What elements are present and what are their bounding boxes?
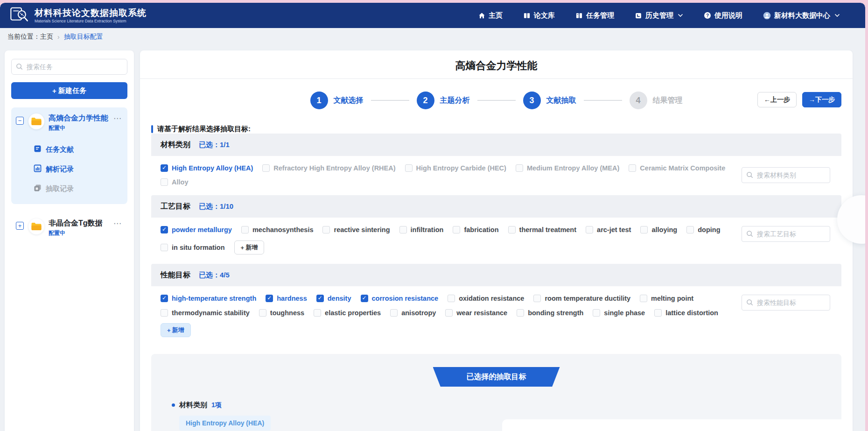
- step-result-management[interactable]: 4 结果管理: [630, 92, 683, 109]
- plus-icon: +: [241, 244, 245, 251]
- breadcrumb-current: 抽取目标配置: [64, 33, 103, 41]
- section-property-targets: 性能目标 已选：4/5 high-temperature strength ha…: [151, 264, 841, 346]
- option-checkbox[interactable]: thermal treatment: [508, 226, 576, 233]
- selected-targets-banner: 已选择的抽取目标: [433, 367, 560, 387]
- task-name: 高熵合金力学性能: [49, 113, 112, 123]
- option-checkbox[interactable]: oxidation resistance: [448, 295, 524, 302]
- collapse-icon[interactable]: −: [16, 117, 24, 125]
- option-checkbox[interactable]: Ceramic Matrix Composite: [629, 164, 725, 172]
- bottom-card-edge: [502, 419, 850, 431]
- option-checkbox[interactable]: hardness: [266, 295, 307, 302]
- stepper: 1 文献选择 2 主题分析 3 文献抽取 4 结果管理: [151, 91, 841, 110]
- option-checkbox[interactable]: arc-jet test: [586, 226, 631, 233]
- option-checkbox[interactable]: elastic properties: [314, 309, 381, 317]
- add-property-target-button[interactable]: +新增: [161, 323, 191, 337]
- process-search: [742, 226, 830, 242]
- option-checkbox[interactable]: single phase: [593, 309, 645, 317]
- option-checkbox[interactable]: bonding strength: [517, 309, 583, 317]
- option-checkbox[interactable]: melting point: [640, 295, 693, 302]
- option-checkbox[interactable]: in situ formation: [161, 244, 225, 251]
- option-checkbox[interactable]: alloying: [640, 226, 677, 233]
- nav-task-management[interactable]: 任务管理: [575, 11, 614, 20]
- option-checkbox[interactable]: toughness: [259, 309, 304, 317]
- task-item[interactable]: − 高熵合金力学性能 配置中 ⋯: [16, 113, 123, 132]
- checkbox-icon: [640, 226, 648, 233]
- add-process-target-button[interactable]: +新增: [234, 240, 265, 254]
- option-checkbox[interactable]: Refractory High Entropy Alloy (RHEA): [262, 164, 395, 172]
- more-actions-icon[interactable]: ⋯: [112, 113, 123, 124]
- folder-icon: [28, 219, 44, 234]
- option-checkbox[interactable]: wear resistance: [445, 309, 507, 317]
- option-checkbox[interactable]: density: [316, 295, 351, 302]
- option-checkbox[interactable]: lattice distortion: [654, 309, 718, 317]
- sidebar-item-parse-records[interactable]: 解析记录: [34, 159, 123, 179]
- option-checkbox[interactable]: thermodynamic stability: [161, 309, 250, 317]
- property-search-input[interactable]: [742, 295, 830, 311]
- option-checkbox[interactable]: doping: [686, 226, 720, 233]
- nav-history-management[interactable]: 历史管理: [635, 11, 683, 20]
- previous-step-button[interactable]: ←上一步: [757, 92, 797, 107]
- app-window: 材料科技论文数据抽取系统 Materials Science Literatur…: [0, 3, 865, 431]
- breadcrumb-separator: ›: [57, 33, 60, 41]
- task-block-tg: + 非晶合金Tg数据 配置中 ⋯: [11, 212, 127, 241]
- sidebar-item-extract-records: 抽取记录: [34, 179, 123, 198]
- checkbox-checked-icon: [361, 295, 368, 302]
- checkbox-icon: [640, 295, 647, 302]
- expand-icon[interactable]: +: [16, 222, 24, 230]
- option-checkbox[interactable]: fabrication: [453, 226, 498, 233]
- option-checkbox[interactable]: anisotropy: [390, 309, 436, 317]
- sidebar-item-task-literature[interactable]: 任务文献: [34, 140, 123, 159]
- checkbox-icon: [453, 226, 460, 233]
- option-checkbox[interactable]: corrosion resistance: [361, 295, 439, 302]
- option-checkbox[interactable]: powder metallurgy: [161, 226, 232, 233]
- chevron-down-icon: [678, 14, 683, 17]
- checkbox-icon: [517, 309, 524, 317]
- question-circle-icon: ?: [704, 12, 711, 19]
- selected-count: 已选：1/1: [199, 141, 230, 149]
- task-item[interactable]: + 非晶合金Tg数据 配置中 ⋯: [16, 219, 123, 237]
- nav-user-account[interactable]: 新材料大数据中心: [763, 11, 840, 20]
- material-search-input[interactable]: [742, 167, 830, 183]
- step-topic-analysis[interactable]: 2 主题分析: [417, 92, 470, 109]
- option-checkbox[interactable]: room temperature ductility: [533, 295, 630, 302]
- option-checkbox[interactable]: mechanosynthesis: [241, 226, 314, 233]
- option-checkbox[interactable]: Medium Entropy Alloy (MEA): [516, 164, 619, 172]
- main-panel: 高熵合金力学性能 1 文献选择 2 主题分析 3 文献抽取: [140, 50, 853, 431]
- book-icon: [523, 12, 531, 19]
- option-checkbox[interactable]: infiltration: [399, 226, 444, 233]
- step-connector: [477, 100, 516, 101]
- app-logo: 材料科技论文数据抽取系统 Materials Science Literatur…: [9, 6, 147, 25]
- task-search-input[interactable]: [11, 59, 127, 75]
- nav-home[interactable]: 主页: [478, 11, 503, 20]
- section-header: 性能目标 已选：4/5: [151, 264, 841, 286]
- more-actions-icon[interactable]: ⋯: [112, 219, 123, 229]
- home-icon: [478, 12, 485, 19]
- step-literature-selection[interactable]: 1 文献选择: [310, 92, 364, 109]
- checkbox-icon: [322, 226, 330, 233]
- process-search-input[interactable]: [742, 226, 830, 242]
- option-checkbox[interactable]: reactive sintering: [322, 226, 390, 233]
- step-number: 2: [417, 92, 434, 109]
- next-step-button[interactable]: →下一步: [802, 92, 841, 107]
- option-checkbox[interactable]: Alloy: [161, 178, 188, 186]
- breadcrumb: 当前位置： 主页 › 抽取目标配置: [0, 28, 865, 46]
- new-task-button[interactable]: + 新建任务: [11, 82, 127, 99]
- nav-help[interactable]: ? 使用说明: [704, 11, 742, 20]
- breadcrumb-home[interactable]: 主页: [40, 33, 53, 41]
- checkbox-icon: [161, 309, 168, 317]
- option-checkbox[interactable]: High Entropy Alloy (HEA): [161, 164, 253, 172]
- accent-bar: [151, 125, 153, 133]
- checkbox-icon: [448, 295, 455, 302]
- option-checkbox[interactable]: High Entropy Carbide (HEC): [405, 164, 506, 172]
- task-search: [11, 59, 127, 75]
- step-number: 3: [523, 92, 541, 109]
- option-checkbox[interactable]: high-temperature strength: [161, 295, 256, 302]
- svg-text:?: ?: [706, 13, 709, 18]
- tasks-book-icon: [575, 12, 583, 19]
- user-avatar-icon: [763, 12, 771, 20]
- book-magnifier-logo-icon: [9, 6, 29, 25]
- folder-icon: [28, 113, 44, 129]
- nav-paper-library[interactable]: 论文库: [523, 11, 555, 20]
- step-literature-extraction[interactable]: 3 文献抽取: [523, 92, 576, 109]
- plus-icon: +: [167, 327, 171, 334]
